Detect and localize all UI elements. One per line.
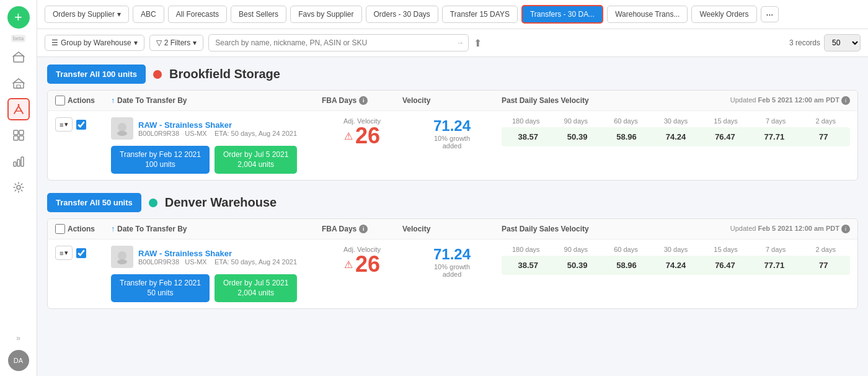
records-info: 3 records 50 100 200 xyxy=(789,34,861,51)
avatar: DA xyxy=(8,350,29,371)
table-row-brookfield-0: ≡ ▾ RAW - S xyxy=(48,111,857,180)
group-denver: Transfer All 50 units Denver Warehouse A… xyxy=(47,193,858,309)
group-brookfield: Transfer All 100 units Brookfield Storag… xyxy=(47,65,858,181)
top-nav: Orders by Supplier ▾ ABC All Forecasts B… xyxy=(37,0,868,29)
fba-days-cell: Adj. Velocity ⚠ 26 xyxy=(322,117,402,147)
fba-number-denver: 26 xyxy=(355,253,380,275)
select-all-checkbox-denver[interactable] xyxy=(55,224,65,234)
th-actions-denver: Actions xyxy=(55,224,111,234)
row-menu-button[interactable]: ≡ ▾ xyxy=(55,117,73,132)
th-date-denver[interactable]: ↑ Date To Transfer By xyxy=(111,225,322,233)
search-input[interactable] xyxy=(208,34,469,51)
sidebar-icon-grid[interactable] xyxy=(7,124,30,146)
group-icon: ☰ xyxy=(51,38,58,47)
upload-icon[interactable]: ⬆ xyxy=(474,37,482,49)
nav-all-forecasts[interactable]: All Forecasts xyxy=(168,6,227,23)
row-actions: ≡ ▾ xyxy=(55,117,111,132)
select-all-checkbox-brookfield[interactable] xyxy=(55,96,65,105)
th-actions: Actions xyxy=(55,96,111,105)
svg-point-11 xyxy=(17,186,20,189)
table-row-denver-0: ≡ ▾ RAW - S xyxy=(48,239,857,308)
nav-favs-by-supplier[interactable]: Favs by Supplier xyxy=(290,6,361,23)
nav-orders-30-days[interactable]: Orders - 30 Days xyxy=(366,6,438,23)
svg-point-3 xyxy=(17,104,19,106)
product-image-denver xyxy=(111,246,133,268)
past-sales-cell: 180 days 90 days 60 days 30 days 15 days… xyxy=(502,117,850,146)
svg-rect-5 xyxy=(19,130,24,135)
sidebar-icon-warehouse[interactable] xyxy=(7,72,30,94)
warning-icon-denver: ⚠ xyxy=(344,259,353,271)
row-menu-button-denver[interactable]: ≡ ▾ xyxy=(55,246,73,260)
row-checkbox-denver[interactable] xyxy=(76,248,86,258)
brookfield-table: Actions ↑ Date To Transfer By FBA Days i… xyxy=(47,90,858,181)
nav-weekly-orders[interactable]: Weekly Orders xyxy=(691,6,756,23)
fba-days-cell-denver: Adj. Velocity ⚠ 26 xyxy=(322,246,402,275)
th-velocity-denver: Velocity xyxy=(402,225,502,233)
nav-warehouse-trans[interactable]: Warehouse Trans... xyxy=(607,6,688,23)
denver-name: Denver Warehouse xyxy=(165,195,277,210)
fba-info-icon[interactable]: i xyxy=(359,96,368,105)
fba-info-icon-denver[interactable]: i xyxy=(359,225,368,233)
sidebar-icon-chart[interactable] xyxy=(7,150,30,172)
nav-transfer-15-days[interactable]: Transfer 15 DAYS xyxy=(442,6,518,23)
denver-table: Actions ↑ Date To Transfer By FBA Days i… xyxy=(47,218,858,309)
th-date[interactable]: ↑ Date To Transfer By xyxy=(111,96,322,105)
th-velocity: Velocity xyxy=(402,96,502,105)
table-header-denver: Actions ↑ Date To Transfer By FBA Days i… xyxy=(48,219,857,239)
chevron-down-icon: ▾ xyxy=(117,10,121,19)
nav-best-sellers[interactable]: Best Sellers xyxy=(231,6,286,23)
nav-transfers-30-da[interactable]: Transfers - 30 DA... xyxy=(521,5,603,24)
chevron-down-icon: ▾ xyxy=(134,38,138,47)
svg-rect-0 xyxy=(14,56,24,62)
filter-bar: ☰ Group by Warehouse ▾ ▽ 2 Filters ▾ → ⬆… xyxy=(37,29,868,57)
search-container: → xyxy=(208,34,469,51)
brookfield-dot xyxy=(153,70,162,79)
beta-label: beta xyxy=(11,35,26,42)
updated-info-icon-denver[interactable]: i xyxy=(841,225,850,233)
group-by-button[interactable]: ☰ Group by Warehouse ▾ xyxy=(45,35,144,51)
sidebar-icon-settings[interactable] xyxy=(7,176,30,199)
order-by-button-denver[interactable]: Order by Jul 5 20212,004 units xyxy=(215,274,297,302)
past-sales-cell-denver: 180 days 90 days 60 days 30 days 15 days… xyxy=(502,246,850,275)
transfer-by-button[interactable]: Transfer by Feb 12 2021100 units xyxy=(111,146,210,174)
updated-info-icon[interactable]: i xyxy=(841,96,850,105)
order-by-button[interactable]: Order by Jul 5 20212,004 units xyxy=(215,146,297,174)
svg-rect-9 xyxy=(17,159,20,166)
filter-icon: ▽ xyxy=(156,38,162,47)
nav-more-button[interactable]: ··· xyxy=(761,6,779,22)
svg-rect-6 xyxy=(14,136,18,140)
sidebar-expand[interactable]: » xyxy=(16,334,20,342)
chevron-down-icon: ▾ xyxy=(193,38,197,47)
denver-dot xyxy=(149,199,157,207)
svg-rect-8 xyxy=(14,162,16,166)
content-area: Transfer All 100 units Brookfield Storag… xyxy=(37,57,868,376)
transfer-all-denver-button[interactable]: Transfer All 50 units xyxy=(47,193,141,212)
th-fba-days-denver: FBA Days i xyxy=(322,225,402,233)
svg-point-13 xyxy=(117,131,127,136)
nav-orders-by-supplier[interactable]: Orders by Supplier ▾ xyxy=(45,6,129,23)
product-image xyxy=(111,117,133,140)
svg-rect-10 xyxy=(21,157,24,166)
transfer-all-brookfield-button[interactable]: Transfer All 100 units xyxy=(47,65,146,84)
svg-rect-7 xyxy=(19,136,24,140)
svg-point-14 xyxy=(118,251,126,260)
filters-button[interactable]: ▽ 2 Filters ▾ xyxy=(149,35,204,51)
brookfield-name: Brookfield Storage xyxy=(169,67,280,81)
row-checkbox[interactable] xyxy=(76,120,86,130)
warning-icon: ⚠ xyxy=(344,130,353,142)
nav-abc[interactable]: ABC xyxy=(133,6,164,23)
svg-point-15 xyxy=(117,259,127,264)
add-button[interactable]: + xyxy=(7,6,30,29)
sidebar: + beta » DA xyxy=(0,0,37,376)
product-info-denver: RAW - Strainless Shaker B00L0R9R38 US-MX… xyxy=(111,246,322,302)
product-name-denver[interactable]: RAW - Strainless Shaker xyxy=(138,249,297,258)
page-size-select[interactable]: 50 100 200 xyxy=(824,34,861,51)
main-content: Orders by Supplier ▾ ABC All Forecasts B… xyxy=(37,0,868,376)
group-header-brookfield: Transfer All 100 units Brookfield Storag… xyxy=(47,65,858,84)
sidebar-icon-magic[interactable] xyxy=(7,98,30,120)
product-name[interactable]: RAW - Strainless Shaker xyxy=(138,120,297,130)
table-header-brookfield: Actions ↑ Date To Transfer By FBA Days i… xyxy=(48,91,857,111)
transfer-by-button-denver[interactable]: Transfer by Feb 12 202150 units xyxy=(111,274,210,302)
product-meta: B00L0R9R38 US-MX ETA: 50 days, Aug 24 20… xyxy=(138,130,297,137)
sidebar-icon-home[interactable] xyxy=(7,46,30,68)
